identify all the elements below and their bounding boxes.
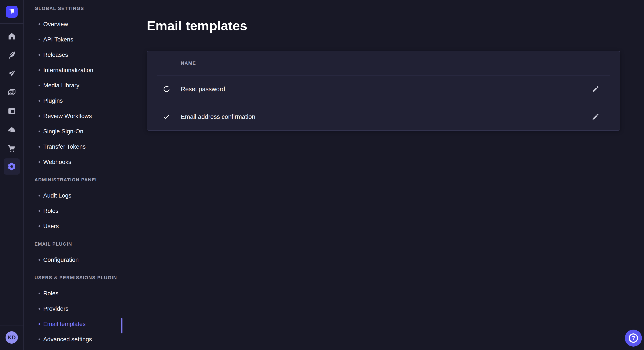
section-global-settings-list: Overview API Tokens Releases Internation… [24, 16, 123, 170]
settings-subnav: GLOBAL SETTINGS Overview API Tokens Rele… [24, 0, 123, 350]
bullet-dot [38, 85, 40, 86]
rail-item-releases[interactable] [7, 69, 16, 78]
cart-icon [7, 144, 16, 153]
subnav-item-webhooks[interactable]: Webhooks [24, 154, 123, 170]
subnav-item-advanced-settings[interactable]: Advanced settings [24, 332, 123, 347]
subnav-item-configuration[interactable]: Configuration [24, 252, 123, 268]
refresh-icon [162, 85, 170, 93]
edit-email-confirmation-button[interactable] [590, 112, 600, 121]
rail-bottom: KD [0, 326, 24, 350]
check-icon [162, 113, 170, 121]
bullet-dot [38, 210, 40, 212]
question-mark-icon: ? [629, 334, 638, 343]
template-name: Email address confirmation [181, 113, 255, 120]
subnav-item-releases[interactable]: Releases [24, 47, 123, 62]
subnav-item-email-templates[interactable]: Email templates [24, 316, 123, 332]
rail-nav [7, 24, 16, 153]
bullet-dot [38, 23, 40, 25]
bullet-dot [38, 323, 40, 325]
rail-item-content[interactable] [7, 50, 16, 59]
bullet-dot [38, 146, 40, 148]
table-header-row: NAME [147, 51, 620, 75]
bullet-dot [38, 69, 40, 71]
table-row-email-confirmation[interactable]: Email address confirmation [147, 103, 620, 130]
section-title-users-permissions-plugin: USERS & PERMISSIONS PLUGIN [24, 275, 123, 281]
paper-plane-icon [7, 69, 16, 78]
main-content: Email templates NAME Reset password [123, 0, 644, 350]
rail-item-home[interactable] [7, 32, 16, 41]
subnav-item-media-library[interactable]: Media Library [24, 78, 123, 93]
bullet-dot [38, 54, 40, 56]
bullet-dot [38, 39, 40, 40]
section-administration-panel-list: Audit Logs Roles Users [24, 188, 123, 234]
template-name: Reset password [181, 86, 225, 93]
bullet-dot [38, 195, 40, 196]
media-library-icon [7, 88, 16, 97]
feather-icon [7, 50, 16, 59]
email-templates-table: NAME Reset password [147, 51, 620, 131]
subnav-scrollbar-thumb[interactable] [121, 318, 122, 334]
name-column-header: NAME [181, 60, 196, 66]
bullet-dot [38, 339, 40, 340]
subnav-item-review-workflows[interactable]: Review Workflows [24, 108, 123, 124]
bullet-dot [38, 308, 40, 310]
subnav-item-admin-roles[interactable]: Roles [24, 203, 123, 219]
subnav-item-transfer-tokens[interactable]: Transfer Tokens [24, 139, 123, 154]
subnav-item-up-roles[interactable]: Roles [24, 286, 123, 301]
table-row-reset-password[interactable]: Reset password [147, 75, 620, 103]
home-icon [7, 32, 16, 41]
subnav-item-api-tokens[interactable]: API Tokens [24, 32, 123, 47]
pencil-icon [591, 113, 599, 121]
strapi-logo[interactable] [6, 6, 18, 18]
pencil-icon [591, 85, 599, 93]
subnav-item-plugins[interactable]: Plugins [24, 93, 123, 108]
subnav-item-internationalization[interactable]: Internationalization [24, 62, 123, 78]
bullet-dot [38, 115, 40, 117]
subnav-item-overview[interactable]: Overview [24, 16, 123, 32]
rail-item-settings[interactable] [4, 159, 20, 175]
bullet-dot [38, 131, 40, 132]
rail-item-cloud[interactable] [7, 125, 16, 134]
rail-item-media-library[interactable] [7, 88, 16, 97]
strapi-logo-icon [6, 6, 18, 18]
bullet-dot [38, 161, 40, 163]
section-email-plugin-list: Configuration [24, 252, 123, 268]
bullet-dot [38, 259, 40, 261]
section-title-email-plugin: EMAIL PLUGIN [24, 241, 123, 247]
section-title-administration-panel: ADMINISTRATION PANEL [24, 177, 123, 183]
subnav-item-audit-logs[interactable]: Audit Logs [24, 188, 123, 203]
subnav-item-single-sign-on[interactable]: Single Sign-On [24, 124, 123, 139]
avatar-initials: KD [8, 334, 16, 341]
section-title-global-settings: GLOBAL SETTINGS [24, 5, 123, 11]
edit-reset-password-button[interactable] [590, 84, 600, 94]
gear-icon [7, 162, 16, 171]
layout-icon [7, 107, 16, 116]
rail-item-content-type-builder[interactable] [7, 107, 16, 116]
logo-container [0, 0, 24, 24]
bullet-dot [38, 225, 40, 227]
subnav-item-providers[interactable]: Providers [24, 301, 123, 316]
bullet-dot [38, 100, 40, 102]
bullet-dot [38, 293, 40, 294]
section-users-permissions-list: Roles Providers Email templates Advanced… [24, 286, 123, 347]
icon-rail: KD [0, 0, 24, 350]
subnav-item-admin-users[interactable]: Users [24, 219, 123, 234]
avatar[interactable]: KD [6, 331, 18, 344]
page-title: Email templates [147, 19, 620, 33]
help-button[interactable]: ? [625, 330, 642, 347]
rail-item-marketplace[interactable] [7, 144, 16, 153]
cloud-icon [7, 125, 16, 134]
